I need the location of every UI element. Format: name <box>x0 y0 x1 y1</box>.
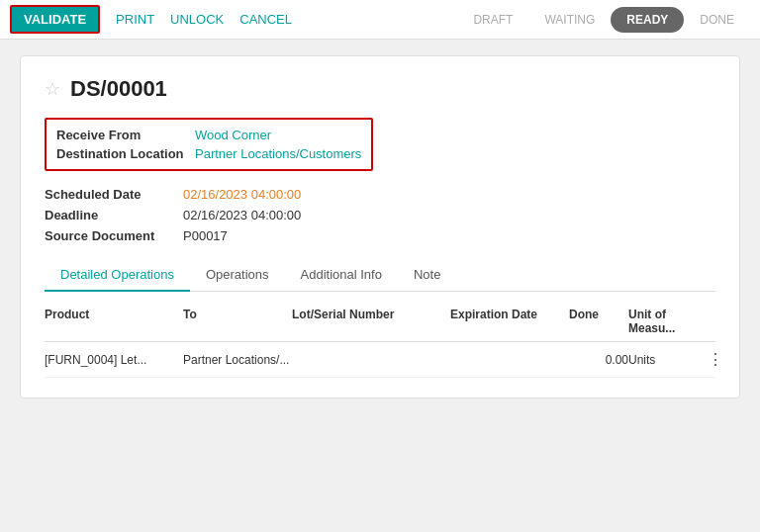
destination-row: Destination Location Partner Locations/C… <box>56 146 361 161</box>
cell-product: [FURN_0004] Let... <box>45 353 183 367</box>
tab-additional-info[interactable]: Additional Info <box>285 259 398 292</box>
toolbar-left: VALIDATE PRINT UNLOCK CANCEL <box>10 5 457 34</box>
favorite-star-icon[interactable]: ☆ <box>45 78 60 100</box>
deadline-value[interactable]: 02/16/2023 04:00:00 <box>183 208 301 222</box>
deadline-row: Deadline 02/16/2023 04:00:00 <box>45 208 715 222</box>
tab-note[interactable]: Note <box>398 259 456 292</box>
scheduled-date-row: Scheduled Date 02/16/2023 04:00:00 <box>45 187 715 202</box>
unlock-button[interactable]: UNLOCK <box>170 12 224 27</box>
regular-fields: Scheduled Date 02/16/2023 04:00:00 Deadl… <box>45 187 715 243</box>
table-header: Product To Lot/Serial Number Expiration … <box>45 302 715 342</box>
source-document-value: P00017 <box>183 228 228 243</box>
source-document-label: Source Document <box>45 228 183 243</box>
receive-from-value[interactable]: Wood Corner <box>195 128 271 142</box>
validate-button[interactable]: VALIDATE <box>10 5 100 34</box>
record-name: DS/00001 <box>70 76 167 102</box>
status-steps: DRAFT WAITING READY DONE <box>457 7 750 33</box>
source-document-row: Source Document P00017 <box>45 228 715 243</box>
status-ready: READY <box>611 7 684 33</box>
cell-to: Partner Locations/... <box>183 353 292 367</box>
col-header-actions <box>708 308 727 335</box>
destination-value[interactable]: Partner Locations/Customers <box>195 146 361 161</box>
cell-unit: Units <box>628 353 708 367</box>
tab-detailed-operations[interactable]: Detailed Operations <box>45 259 190 292</box>
destination-label: Destination Location <box>56 146 195 161</box>
tab-operations[interactable]: Operations <box>190 259 285 292</box>
status-done: DONE <box>684 7 750 33</box>
status-waiting: WAITING <box>528 7 611 33</box>
cell-done: 0.00 <box>569 353 628 367</box>
col-header-done: Done <box>569 308 628 335</box>
deadline-label: Deadline <box>45 208 183 222</box>
row-actions-icon[interactable]: ⋮ <box>708 350 727 369</box>
print-button[interactable]: PRINT <box>116 12 154 27</box>
status-draft: DRAFT <box>457 7 528 33</box>
col-header-to: To <box>183 308 292 335</box>
record-card: ☆ DS/00001 Receive From Wood Corner Dest… <box>20 55 740 399</box>
scheduled-date-label: Scheduled Date <box>45 187 183 202</box>
highlighted-fields-box: Receive From Wood Corner Destination Loc… <box>45 118 373 171</box>
record-title-row: ☆ DS/00001 <box>45 76 715 102</box>
toolbar: VALIDATE PRINT UNLOCK CANCEL DRAFT WAITI… <box>0 0 760 40</box>
tabs-bar: Detailed Operations Operations Additiona… <box>45 259 715 292</box>
scheduled-date-value[interactable]: 02/16/2023 04:00:00 <box>183 187 301 202</box>
col-header-expiration: Expiration Date <box>450 308 569 335</box>
receive-from-row: Receive From Wood Corner <box>56 128 361 142</box>
cancel-button[interactable]: CANCEL <box>239 12 292 27</box>
col-header-lot: Lot/Serial Number <box>292 308 450 335</box>
col-header-product: Product <box>45 308 183 335</box>
main-content: ☆ DS/00001 Receive From Wood Corner Dest… <box>0 40 760 532</box>
table-row: [FURN_0004] Let... Partner Locations/...… <box>45 342 715 378</box>
receive-from-label: Receive From <box>56 128 195 142</box>
col-header-unit: Unit of Measu... <box>628 308 708 335</box>
